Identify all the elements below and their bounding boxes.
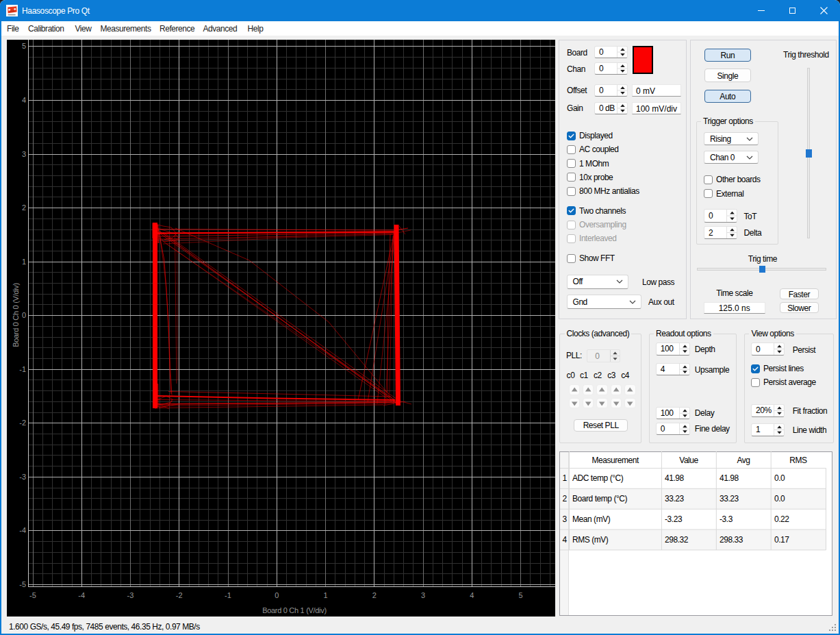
svg-text:0: 0	[22, 311, 26, 319]
svg-text:4: 4	[22, 96, 26, 104]
svg-text:2: 2	[22, 203, 26, 212]
svg-text:-3: -3	[127, 591, 134, 599]
svg-text:5: 5	[22, 42, 26, 50]
svg-text:1: 1	[22, 258, 26, 266]
svg-text:2: 2	[372, 591, 377, 599]
svg-text:-1: -1	[19, 365, 26, 373]
svg-text:-3: -3	[19, 473, 26, 481]
svg-text:Board 0 Ch 1 (V/div): Board 0 Ch 1 (V/div)	[262, 606, 327, 614]
svg-text:-5: -5	[19, 580, 26, 588]
svg-text:3: 3	[22, 150, 26, 158]
svg-text:Board 0 Ch 0 (V/div): Board 0 Ch 0 (V/div)	[12, 283, 20, 347]
svg-text:-5: -5	[29, 591, 36, 599]
svg-text:4: 4	[470, 591, 474, 599]
svg-text:3: 3	[421, 591, 425, 599]
svg-text:-1: -1	[225, 591, 231, 599]
svg-text:-2: -2	[19, 419, 26, 427]
svg-text:-4: -4	[19, 526, 26, 534]
svg-text:5: 5	[518, 591, 522, 599]
svg-text:0: 0	[275, 591, 279, 599]
svg-text:1: 1	[323, 591, 327, 599]
svg-text:-2: -2	[176, 591, 183, 599]
svg-text:-4: -4	[78, 591, 85, 599]
